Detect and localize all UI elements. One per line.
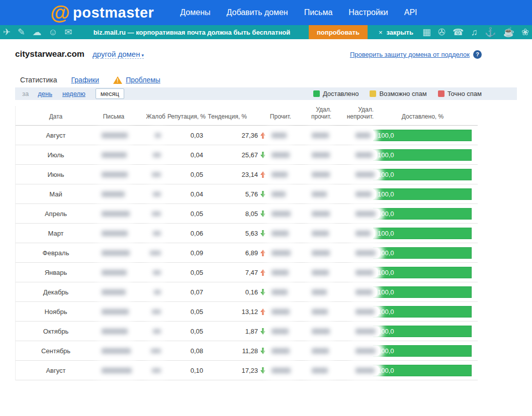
chevron-down-icon: ▾ (141, 53, 144, 58)
letters-cell (96, 130, 151, 141)
delivered-bar: 100,0 (373, 326, 472, 337)
letters-cell (96, 267, 151, 278)
trend-down-icon (260, 230, 265, 237)
letters-cell (96, 209, 151, 219)
deleted-unread-cell (351, 228, 373, 239)
blurred-value (147, 307, 165, 317)
date-cell: Май (16, 190, 96, 198)
top-header-bar: @ postmaster ДоменыДобавить доменПисьмаН… (0, 0, 532, 25)
reputation-cell: 0,05 (165, 171, 203, 178)
blurred-value (267, 346, 294, 356)
blurred-value (97, 169, 132, 180)
period-options: деньнеделюмесяц (38, 88, 124, 99)
read-cell (267, 209, 291, 219)
trend-down-icon (260, 348, 265, 354)
pin-doodle-icon: ✎ (18, 25, 25, 39)
blurred-value (97, 150, 131, 160)
table-row: Апрель0,058,05100,0 (16, 204, 478, 224)
complaints-cell (151, 248, 165, 258)
complaints-cell (151, 307, 165, 317)
letters-cell (96, 346, 151, 356)
table-row: Сентябрь0,0811,28100,0 (16, 341, 478, 361)
spoofing-protection-link[interactable]: Проверить защиту домена от подделок (350, 51, 470, 58)
legend-label: Доставлено (323, 90, 359, 97)
megaphone-doodle-icon: ☕ (503, 25, 514, 39)
period-option-2[interactable]: неделю (62, 90, 85, 97)
postmaster-page: @ postmaster ДоменыДобавить доменПисьмаН… (0, 0, 532, 416)
reputation-cell: 0,05 (165, 210, 203, 218)
masks-doodle-icon: ☺ (48, 25, 57, 39)
nav-item-3[interactable]: Письма (304, 8, 333, 17)
deleted-read-cell (307, 326, 332, 337)
blurred-value (307, 287, 331, 297)
column-header-7: Удал.прочит. (291, 106, 331, 120)
read-cell (267, 267, 291, 278)
column-header-6: Прочит. (247, 113, 291, 120)
tab-label: Проблемы (126, 76, 160, 84)
period-option-1[interactable]: день (38, 90, 52, 97)
nav-item-2[interactable]: Добавить домен (227, 8, 288, 17)
blurred-value (351, 267, 378, 278)
column-header-8: Удал.непрочит. (331, 106, 374, 120)
complaints-cell (151, 150, 165, 160)
blurred-value (307, 228, 333, 239)
read-cell (267, 189, 291, 199)
trend-down-icon (260, 191, 265, 197)
date-cell: Август (16, 367, 96, 374)
date-cell: Июль (16, 151, 96, 159)
deleted-unread-cell (351, 209, 373, 219)
column-header-2: Письма (96, 113, 131, 120)
delivered-cell: 100,0 (373, 247, 472, 259)
blurred-value (267, 130, 291, 141)
blurred-value (307, 365, 332, 376)
letters-cell (96, 365, 151, 376)
reputation-cell: 0,05 (165, 308, 203, 316)
tab-1[interactable]: Статистика (20, 76, 57, 84)
blurred-value (267, 248, 295, 258)
delivered-bar: 100,0 (373, 247, 472, 259)
complaints-cell (151, 346, 165, 356)
complaints-cell (151, 131, 165, 140)
close-banner-button[interactable]: × закрыть (379, 29, 413, 36)
column-header-5: Тенденция, % (206, 113, 247, 120)
tab-2[interactable]: Графики (71, 76, 100, 84)
read-cell (267, 306, 291, 317)
try-button[interactable]: попробовать (309, 25, 368, 39)
table-row: Февраль0,096,89100,0 (16, 243, 478, 263)
column-header-1: Дата (16, 113, 96, 120)
satellite-doodle-icon: ✈ (3, 25, 11, 39)
blurred-value (97, 189, 129, 199)
mailru-at-icon: @ (50, 3, 70, 23)
legend-swatch-icon (370, 90, 376, 97)
blurred-value (351, 150, 377, 160)
delivered-bar: 100,0 (373, 188, 472, 200)
nav-item-1[interactable]: Домены (180, 8, 210, 17)
other-domain-selector[interactable]: другой домен▾ (93, 50, 144, 59)
deleted-unread-cell (351, 365, 373, 376)
blurred-value (147, 366, 165, 375)
delivered-cell: 100,0 (373, 169, 472, 180)
postmaster-logo[interactable]: @ postmaster (50, 3, 154, 23)
blurred-value (148, 327, 165, 336)
trend-up-icon (260, 308, 265, 315)
blurred-value (307, 209, 334, 219)
blurred-value (97, 228, 132, 239)
delivered-cell: 100,0 (373, 286, 472, 298)
letters-cell (96, 228, 151, 239)
period-option-3[interactable]: месяц (96, 88, 124, 99)
promo-doodles-right: ▦✇☎♫⚓☕❀ (422, 25, 529, 39)
tab-3[interactable]: Проблемы (113, 76, 160, 84)
trend-down-icon (260, 211, 265, 217)
table-row: Январь0,057,47100,0 (16, 263, 478, 282)
complaints-cell (151, 170, 165, 179)
promo-message: biz.mail.ru — корпоративная почта должна… (94, 29, 291, 36)
nav-item-4[interactable]: Настройки (348, 8, 388, 17)
nav-item-5[interactable]: API (404, 8, 417, 17)
trend-cell: 1,87 (203, 328, 265, 335)
column-header-3: Жалоб (131, 113, 165, 120)
legend-swatch-icon (313, 90, 320, 97)
letters-cell (96, 169, 151, 180)
deleted-unread-cell (351, 248, 373, 258)
read-cell (267, 326, 291, 337)
help-icon[interactable]: ? (473, 50, 482, 59)
